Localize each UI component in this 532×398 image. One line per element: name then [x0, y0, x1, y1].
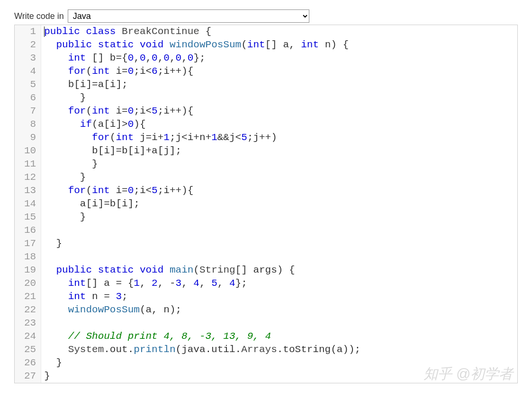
code-line[interactable]: for(int j=i+1;j<i+n+1&&j<5;j++) [44, 131, 517, 144]
code-line[interactable]: System.out.println(java.util.Arrays.toSt… [44, 343, 517, 356]
code-line[interactable]: public static void windowPosSum(int[] a,… [44, 38, 517, 52]
code-line[interactable] [44, 317, 517, 330]
line-number: 11 [15, 158, 41, 171]
line-number: 25 [15, 343, 41, 356]
line-number: 5 [15, 78, 41, 91]
line-number: 12 [15, 171, 41, 184]
line-number: 7 [15, 105, 41, 118]
code-line[interactable]: } [44, 171, 517, 184]
code-line[interactable]: for(int i=0;i<5;i++){ [44, 105, 517, 118]
code-line[interactable]: public class BreakContinue { [44, 25, 517, 38]
line-number: 26 [15, 356, 41, 370]
line-number: 9 [15, 131, 41, 144]
line-number: 27 [15, 370, 41, 383]
line-number: 13 [15, 184, 41, 197]
code-line[interactable]: // Should print 4, 8, -3, 13, 9, 4 [44, 330, 517, 343]
line-number: 3 [15, 52, 41, 65]
code-line[interactable]: int n = 3; [44, 290, 517, 303]
line-number: 20 [15, 277, 41, 290]
code-line[interactable]: a[i]=b[i]; [44, 197, 517, 211]
line-number: 10 [15, 144, 41, 158]
line-number: 4 [15, 65, 41, 78]
code-area[interactable]: public class BreakContinue { public stat… [41, 25, 517, 383]
code-line[interactable]: } [44, 158, 517, 171]
code-line[interactable] [44, 250, 517, 264]
line-number: 2 [15, 38, 41, 52]
line-number: 8 [15, 118, 41, 131]
code-line[interactable] [44, 224, 517, 237]
code-line[interactable]: b[i]=a[i]; [44, 78, 517, 91]
line-number: 24 [15, 330, 41, 343]
line-number: 19 [15, 264, 41, 277]
code-line[interactable]: windowPosSum(a, n); [44, 303, 517, 317]
line-number-gutter: 1234567891011121314151617181920212223242… [15, 25, 41, 383]
header-row: Write code in Java [14, 9, 518, 23]
line-number: 14 [15, 197, 41, 211]
code-line[interactable]: for(int i=0;i<6;i++){ [44, 65, 517, 78]
code-line[interactable]: public static void main(String[] args) { [44, 264, 517, 277]
write-code-label: Write code in [14, 11, 64, 21]
code-line[interactable]: if(a[i]>0){ [44, 118, 517, 131]
code-line[interactable]: } [44, 91, 517, 105]
code-line[interactable]: int [] b={0,0,0,0,0,0}; [44, 52, 517, 65]
line-number: 18 [15, 250, 41, 264]
code-line[interactable]: } [44, 211, 517, 224]
code-line[interactable]: for(int i=0;i<5;i++){ [44, 184, 517, 197]
language-select[interactable]: Java [68, 9, 309, 23]
code-line[interactable]: } [44, 237, 517, 250]
line-number: 23 [15, 317, 41, 330]
line-number: 15 [15, 211, 41, 224]
line-number: 21 [15, 290, 41, 303]
code-editor[interactable]: 1234567891011121314151617181920212223242… [14, 25, 518, 383]
code-line[interactable]: } [44, 370, 517, 383]
code-line[interactable]: int[] a = {1, 2, -3, 4, 5, 4}; [44, 277, 517, 290]
line-number: 1 [15, 25, 41, 38]
line-number: 17 [15, 237, 41, 250]
line-number: 6 [15, 91, 41, 105]
code-line[interactable]: b[i]=b[i]+a[j]; [44, 144, 517, 158]
line-number: 16 [15, 224, 41, 237]
code-line[interactable]: } [44, 356, 517, 370]
line-number: 22 [15, 303, 41, 317]
